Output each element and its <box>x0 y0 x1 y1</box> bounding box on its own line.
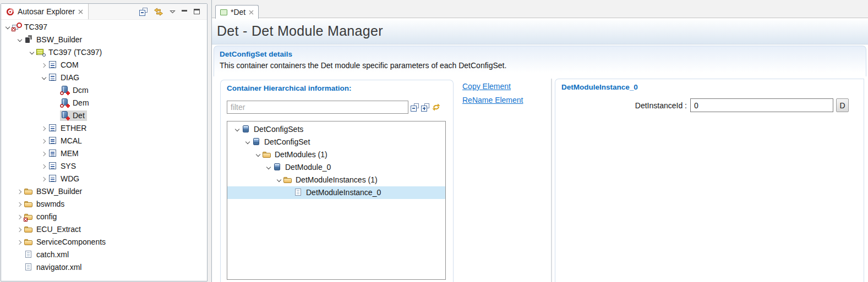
twistie-icon[interactable] <box>40 74 48 82</box>
autosar-chip-icon <box>12 23 21 31</box>
twistie-icon[interactable] <box>15 187 24 196</box>
det-module-instance-panel: DetModuleInstance_0 DetInstanceId : D <box>555 79 864 282</box>
twistie-icon <box>15 251 24 259</box>
tree-item[interactable]: Dcm <box>1 84 207 97</box>
tree-item-selection: Dem <box>60 98 91 108</box>
container-tree-box: DetConfigSets DetConfigSet <box>227 121 446 280</box>
twistie-icon[interactable] <box>40 175 48 183</box>
tree-item-selection: Det <box>60 110 87 121</box>
tree-item-selection: MCAL <box>48 136 84 146</box>
tree-item[interactable]: WDG <box>1 173 207 185</box>
tree-item[interactable]: COM <box>1 59 207 71</box>
tree-item-label: Det <box>73 111 85 120</box>
det-instance-id-label: DetInstanceId : <box>561 101 690 110</box>
twistie-icon[interactable] <box>15 238 24 246</box>
tree-item[interactable]: ECU_Extract <box>1 223 207 236</box>
twistie-icon[interactable] <box>40 150 48 158</box>
container-tree: DetConfigSets DetConfigSet <box>227 121 445 199</box>
close-icon[interactable] <box>249 10 254 15</box>
config-set-icon <box>273 163 282 172</box>
det-instance-id-input[interactable] <box>690 98 833 112</box>
tree-item[interactable]: DetModules (1) <box>227 148 445 161</box>
tree-item-selection: DetModuleInstances (1) <box>283 175 380 185</box>
tree-item[interactable]: config <box>1 211 207 223</box>
tree-item[interactable]: bswmds <box>1 198 207 211</box>
twistie-icon[interactable] <box>15 213 24 221</box>
tree-item-label: bswmds <box>36 200 64 208</box>
page-title: Det - Det Module Manager <box>217 23 383 39</box>
editor-content: Container Hierarchical information: <box>212 78 868 282</box>
tree-item[interactable]: BSW_Builder <box>1 34 207 46</box>
minimize-icon[interactable] <box>182 9 188 15</box>
tree-item[interactable]: DetModuleInstance_0 <box>227 186 445 199</box>
tree-item-label: DetModuleInstances (1) <box>296 175 378 184</box>
autosar-logo-icon <box>6 8 14 16</box>
tree-item[interactable]: catch.xml <box>1 248 207 261</box>
tree-item[interactable]: ServiceComponents <box>1 236 207 248</box>
rename-element-link[interactable]: ReName Element <box>462 96 523 104</box>
twistie-icon[interactable] <box>40 162 48 170</box>
detconfigset-details-section: DetConfigSet details This container cont… <box>214 46 866 76</box>
twistie-icon[interactable] <box>243 138 252 146</box>
twistie-icon[interactable] <box>275 176 283 184</box>
link-with-editor-icon[interactable] <box>154 8 163 16</box>
tree-item-selection: DetConfigSets <box>241 124 305 135</box>
folder-icon <box>24 237 34 246</box>
filter-input[interactable] <box>227 101 408 114</box>
bsw-module-error-icon <box>61 86 70 95</box>
tree-item[interactable]: navigator.xml <box>1 261 207 274</box>
module-list-icon <box>48 136 58 145</box>
default-value-button[interactable]: D <box>836 98 849 112</box>
twistie-icon[interactable] <box>233 125 241 134</box>
tree-item[interactable]: ETHER <box>1 122 207 135</box>
editor-tab-det[interactable]: *Det <box>215 5 259 19</box>
twistie-icon[interactable] <box>15 200 24 208</box>
tree-item[interactable]: DetModule_0 <box>227 161 445 174</box>
tree-item[interactable]: TC397 <box>1 21 207 34</box>
refresh-icon[interactable] <box>432 103 441 112</box>
tree-item[interactable]: DetModuleInstances (1) <box>227 174 445 186</box>
tree-item[interactable]: DIAG <box>1 71 207 84</box>
tree-item-label: ETHER <box>61 124 86 132</box>
close-icon[interactable] <box>78 9 83 14</box>
tree-item[interactable]: Det <box>1 109 207 122</box>
collapse-all-icon[interactable] <box>139 8 148 16</box>
folder-icon <box>24 200 34 208</box>
panel-separator[interactable] <box>551 79 552 282</box>
tree-item[interactable]: MCAL <box>1 135 207 147</box>
filter-row <box>227 101 447 114</box>
maximize-icon[interactable] <box>194 9 200 14</box>
copy-element-link[interactable]: Copy Element <box>462 82 511 91</box>
tree-item[interactable]: DetConfigSets <box>227 123 445 136</box>
tree-item-selection: DetConfigSet <box>252 137 312 147</box>
twistie-icon[interactable] <box>40 124 48 132</box>
tree-item[interactable]: SYS <box>1 160 207 173</box>
ecu-icon <box>36 48 46 57</box>
twistie-icon[interactable] <box>28 48 36 57</box>
tree-item[interactable]: Dem <box>1 97 207 109</box>
tree-item[interactable]: DetConfigSet <box>227 136 445 148</box>
twistie-icon[interactable] <box>15 36 24 44</box>
tree-item[interactable]: BSW_Builder <box>1 185 207 198</box>
tree-item[interactable]: MEM <box>1 147 207 160</box>
det-editor-icon <box>220 9 227 15</box>
twistie-icon[interactable] <box>40 137 48 145</box>
expand-all-icon[interactable] <box>421 103 429 112</box>
tree-item-label: COM <box>61 60 79 69</box>
twistie-icon[interactable] <box>40 61 48 69</box>
tree-item-label: WDG <box>61 174 79 183</box>
view-menu-icon[interactable] <box>170 10 176 14</box>
view-tab-autosar-explorer[interactable]: Autosar Explorer <box>1 4 89 19</box>
tree-item-selection: MEM <box>48 148 81 159</box>
tree-item-label: BSW_Builder <box>36 187 82 196</box>
twistie-icon[interactable] <box>254 151 262 159</box>
config-set-icon <box>252 137 261 146</box>
twistie-icon[interactable] <box>264 163 272 172</box>
tree-item[interactable]: TC397 (TC397) <box>1 46 207 59</box>
module-list-icon <box>48 174 58 183</box>
collapse-all-icon[interactable] <box>411 103 419 112</box>
tree-item-selection: ECU_Extract <box>24 224 83 235</box>
twistie-icon[interactable] <box>3 23 12 31</box>
twistie-icon[interactable] <box>15 225 24 234</box>
xml-file-icon <box>24 250 34 259</box>
